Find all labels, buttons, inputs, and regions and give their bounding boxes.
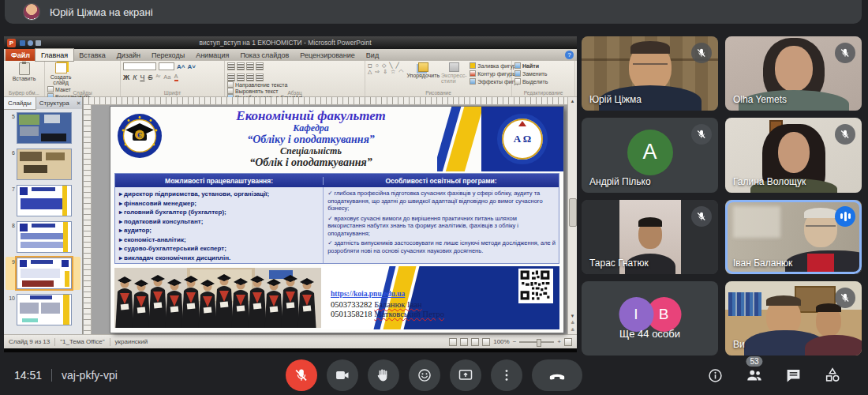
slide-thumbnail[interactable]: 6 [6,148,80,181]
info-button[interactable] [707,367,724,384]
font-name-select[interactable] [123,62,156,70]
slide-canvas[interactable]: Є Економічний факультет Кафедра “Обліку … [110,107,563,333]
redo-icon[interactable] [36,40,41,46]
svg-text:Є: Є [137,131,142,139]
slide-thumbnail[interactable]: 7 [6,184,80,217]
self-view-tile[interactable]: Ви [725,281,862,356]
slide-sorter-icon[interactable] [460,338,468,346]
char-spacing-icon[interactable]: ᴬᵛ [155,73,160,81]
close-panel-icon[interactable] [73,97,83,109]
zoom-out-icon[interactable]: − [513,338,517,345]
shapes-gallery[interactable]: ◻ ○ ◇ ╲ ╱ △ ⇨ ⇩ ☆ ◠ [368,62,404,89]
avatar-circle: І [619,297,653,332]
website-link[interactable]: https://koia.pnu.edu.ua [331,290,405,298]
people-button[interactable]: 53 [746,367,763,384]
normal-view-icon[interactable] [449,338,457,346]
participant-tile-taras[interactable]: Тарас Гнатюк [582,200,718,274]
arrange-icon [418,62,428,72]
tab-home[interactable]: Главная [36,49,73,61]
tab-transitions[interactable]: Переходы [146,49,190,61]
tab-insert[interactable]: Вставка [73,49,110,61]
chat-button[interactable] [785,367,802,384]
justify-icon[interactable] [256,73,264,81]
bullets-icon[interactable] [227,62,235,70]
participant-tile-ivan-speaking[interactable]: Іван Баланюк [725,200,862,274]
reading-view-icon[interactable] [471,338,479,346]
arrange-button[interactable]: Упорядочить [408,62,438,89]
next-slide-button[interactable]: ≚ [571,327,574,333]
participant-tile-halyna[interactable]: Галина Волощук [725,118,862,192]
select-button[interactable]: Выделить [514,78,572,85]
call-controls [286,359,582,391]
slide-counter: Слайд 9 из 13 [9,338,50,345]
raise-hand-button[interactable] [368,359,399,391]
strikethrough-button[interactable]: S [148,73,152,81]
change-case-icon[interactable]: Аа [163,73,170,81]
new-slide-button[interactable]: Создать слайд [47,62,74,85]
help-icon[interactable] [565,51,574,59]
reactions-button[interactable] [409,359,440,391]
editing-group: Найти Заменить Выделить Редактирование [512,61,575,96]
save-icon[interactable] [20,40,25,46]
scrollbar-thumb[interactable] [569,198,577,227]
font-size-select[interactable] [159,62,174,70]
find-button[interactable]: Найти [514,62,572,69]
replace-button[interactable]: Заменить [514,70,572,77]
align-center-icon[interactable] [237,73,245,81]
more-options-button[interactable] [491,359,522,391]
paragraph-group: Направление текста Выровнять текст Преоб… [225,61,365,96]
participant-tile-yurii[interactable]: Юрій Ціжма [582,36,718,111]
slideshow-icon[interactable] [482,338,490,346]
slides-group: Создать слайд Макет Восстановить Раздел … [45,61,121,96]
underline-button[interactable]: Ч [140,73,144,81]
tab-outline[interactable]: Структура [36,97,73,109]
zoom-slider[interactable] [519,341,554,343]
activities-button[interactable] [824,367,841,384]
italic-button[interactable]: К [133,73,137,81]
previous-slide-button[interactable]: ≛ [571,320,574,325]
bold-button[interactable]: Ж [123,73,129,81]
align-right-icon[interactable] [246,73,254,81]
numbering-icon[interactable] [237,62,245,70]
zoom-in-icon[interactable]: + [557,338,561,345]
powerpoint-icon: P [7,39,16,47]
tab-animation[interactable]: Анимация [190,49,234,61]
slide-thumbnail[interactable]: 10 [6,293,80,326]
grow-font-icon[interactable]: A˄ [177,63,185,70]
mute-button[interactable] [286,359,317,391]
tab-design[interactable]: Дизайн [111,49,146,61]
clipboard-icon [19,62,30,75]
tab-slides[interactable]: Слайды [4,97,36,109]
fit-to-window-icon[interactable] [564,338,572,346]
camera-button[interactable] [327,359,358,391]
present-button[interactable] [450,359,481,391]
align-left-icon[interactable] [227,73,235,81]
shrink-font-icon[interactable]: A˅ [187,63,195,70]
slide-thumbnail[interactable]: 5 [6,111,80,145]
tab-review[interactable]: Рецензирование [294,49,361,61]
slide-thumbnail[interactable]: 8 [6,220,80,254]
ribbon-tabs: Файл Главная Вставка Дизайн Переходы Ани… [4,49,577,61]
end-call-button[interactable] [532,359,582,391]
quick-styles-button[interactable]: Экспресс-стили [442,62,466,89]
language-indicator[interactable]: украинский [115,338,148,345]
tab-slideshow[interactable]: Показ слайдов [234,49,294,61]
program-features-list: глибока професійна підготовка сучасних ф… [324,187,559,263]
slide-thumbnail-selected[interactable]: 9 [6,257,80,290]
paste-button[interactable]: Вставить [6,62,42,81]
vertical-scrollbar[interactable]: ▲ ▼≛≚ [567,97,577,334]
undo-icon[interactable] [28,40,33,46]
slide-header: Є Економічний факультет Кафедра “Обліку … [110,107,563,171]
indent-icons[interactable] [246,62,254,70]
participant-tile-olha[interactable]: Olha Yemets [725,36,862,111]
text-direction-button[interactable]: Направление текста [227,81,362,88]
tab-view[interactable]: Вид [361,49,384,61]
line-spacing-icon[interactable] [256,62,264,70]
quick-access-toolbar[interactable] [20,40,41,46]
quick-styles-icon [449,62,459,72]
tab-file[interactable]: Файл [6,49,36,61]
graduates-photo [114,268,321,328]
more-participants-tile[interactable]: І В Ще 44 особи [582,281,718,356]
font-color-icon[interactable]: А [174,73,178,81]
participant-tile-andrii[interactable]: А Андрій Пілько [582,118,718,192]
